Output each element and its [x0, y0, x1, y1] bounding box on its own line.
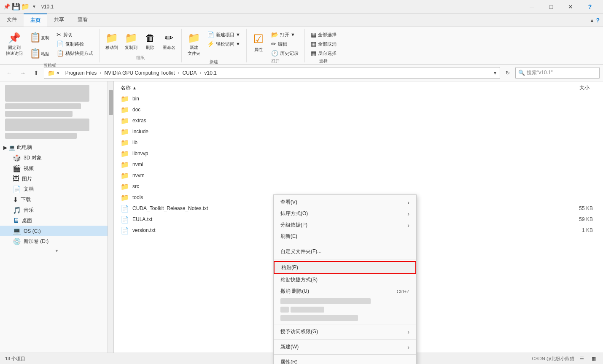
sidebar-this-pc[interactable]: ▶ 💻 此电脑 — [0, 142, 113, 153]
ctx-group[interactable]: 分组依据(P) › — [274, 219, 416, 231]
expand-icon: ▶ — [3, 145, 7, 151]
ctx-refresh[interactable]: 刷新(E) — [274, 231, 416, 242]
ctx-customize[interactable]: 自定义文件夹(F)... — [274, 246, 416, 257]
ctx-properties[interactable]: 属性(R) — [274, 356, 416, 364]
pin-to-quick-access-button[interactable]: 📌 固定到快速访问 — [3, 30, 25, 58]
ctx-refresh-label: 刷新(E) — [280, 233, 297, 240]
sidebar-item-d[interactable]: 💿 新加卷 (D:) — [0, 236, 113, 247]
file-item-extras[interactable]: 📁 extras — [114, 115, 603, 126]
ctx-access[interactable]: 授予访问权限(G) › — [274, 326, 416, 337]
address-sep-1: › — [100, 70, 101, 76]
address-bar[interactable]: 📁 « Program Files › NVIDIA GPU Computing… — [44, 67, 500, 79]
sidebar-item-pictures[interactable]: 🖼 图片 — [0, 174, 113, 184]
address-dropdown-icon[interactable]: ▾ — [494, 70, 496, 76]
minimize-button[interactable]: ─ — [522, 0, 541, 13]
sidebar-item-music[interactable]: 🎵 音乐 — [0, 205, 113, 216]
view-list-button[interactable]: ☰ — [578, 355, 586, 363]
up-button[interactable]: ⬆ — [30, 67, 42, 79]
move-to-button[interactable]: 📁 移动到 — [103, 30, 121, 52]
file-item-lib[interactable]: 📁 lib — [114, 137, 603, 148]
new-folder-button[interactable]: 📁 新建文件夹 — [185, 30, 203, 58]
sidebar-item-video[interactable]: 🎬 视频 — [0, 163, 113, 174]
file-item-include[interactable]: 📁 include — [114, 126, 603, 137]
file-item-bin[interactable]: 📁 bin — [114, 93, 603, 104]
rename-button[interactable]: ✏ 重命名 — [160, 30, 178, 52]
ctx-paste-shortcut[interactable]: 粘贴快捷方式(S) — [274, 274, 416, 286]
sidebar-item-osc[interactable]: 💻 OS (C:) — [0, 226, 113, 236]
maximize-button[interactable]: □ — [541, 0, 561, 13]
ctx-paste[interactable]: 粘贴(P) — [274, 261, 416, 274]
open-button[interactable]: 📂 打开 ▼ — [269, 30, 301, 39]
file-item-libnvvp[interactable]: 📁 libnvvp — [114, 148, 603, 159]
txt-icon-version: 📄 — [121, 226, 129, 235]
delete-button[interactable]: 🗑 删除 — [142, 30, 159, 52]
ribbon-group-clipboard: 📌 固定到快速访问 📋 复制 📋 粘贴 ✂ 剪切 — [0, 29, 100, 62]
file-item-nvvm[interactable]: 📁 nvvm — [114, 170, 603, 181]
sidebar-item-docs[interactable]: 📄 文档 — [0, 184, 113, 194]
new-item-icon: 📄 — [207, 31, 214, 38]
address-segment-3[interactable]: CUDA — [183, 70, 197, 76]
easy-access-button[interactable]: ⚡ 轻松访问 ▼ — [205, 40, 243, 48]
select-none-button[interactable]: ▦ 全部取消 — [308, 40, 339, 48]
ctx-undo[interactable]: 撤消 删除(U) Ctrl+Z — [274, 286, 416, 297]
select-items: ▦ 全部选择 ▦ 全部取消 ▦ 反向选择 — [308, 30, 339, 57]
sidebar-scroll-down[interactable]: ▼ — [0, 247, 113, 255]
column-name[interactable]: 名称 ▲ — [121, 84, 554, 92]
sidebar-item-desktop[interactable]: 🖥 桌面 — [0, 216, 113, 226]
ctx-view[interactable]: 查看(V) › — [274, 197, 416, 208]
new-item-button[interactable]: 📄 新建项目 ▼ — [205, 30, 243, 39]
music-icon: 🎵 — [13, 206, 21, 214]
title-dropdown-icon[interactable]: ▼ — [32, 4, 36, 9]
sidebar-label-osc: OS (C:) — [24, 228, 41, 234]
properties-button[interactable]: ☑ 属性 — [250, 30, 267, 54]
sidebar-label-downloads: 下载 — [21, 196, 31, 203]
sort-icon: ▲ — [132, 86, 137, 90]
paste-shortcut-button[interactable]: 📋 粘贴快捷方式 — [54, 49, 96, 57]
view-grid-button[interactable]: ▦ — [590, 355, 598, 363]
history-button[interactable]: 🕐 历史记录 — [269, 49, 301, 57]
invert-icon: ▦ — [311, 50, 316, 57]
address-segment-4[interactable]: v10.1 — [205, 70, 217, 76]
help-button[interactable]: ? — [580, 0, 600, 13]
copy-to-button[interactable]: 📁 复制到 — [122, 30, 140, 52]
ctx-new[interactable]: 新建(W) › — [274, 341, 416, 353]
invert-selection-button[interactable]: ▦ 反向选择 — [308, 49, 339, 57]
ribbon-collapse-btn[interactable]: ▲ — [590, 18, 595, 23]
sidebar-item-3d[interactable]: 🎲 3D 对象 — [0, 153, 113, 163]
tab-view[interactable]: 查看 — [71, 13, 94, 27]
cut-icon: ✂ — [57, 31, 62, 38]
close-button[interactable]: ✕ — [561, 0, 580, 13]
open-label: 打开 — [271, 58, 280, 64]
copy-path-button[interactable]: 📄 复制路径 — [54, 40, 96, 48]
file-item-doc[interactable]: 📁 doc — [114, 104, 603, 115]
edit-icon: ✏ — [271, 40, 276, 47]
copy-button[interactable]: 📋 复制 — [27, 30, 52, 46]
sidebar-item-downloads[interactable]: ⬇ 下载 — [0, 194, 113, 205]
column-size[interactable]: 大小 — [554, 84, 596, 92]
forward-button[interactable]: → — [17, 67, 29, 79]
paste-button[interactable]: 📋 粘贴 — [27, 46, 52, 62]
file-item-nvml[interactable]: 📁 nvml — [114, 159, 603, 170]
tab-home[interactable]: 主页 — [24, 13, 47, 27]
ctx-undo-label: 撤消 删除(U) — [280, 288, 309, 295]
ribbon-help-btn[interactable]: ? — [596, 17, 600, 24]
file-item-src[interactable]: 📁 src — [114, 181, 603, 192]
address-segment-1[interactable]: Program Files — [65, 70, 97, 76]
ctx-sort[interactable]: 排序方式(O) › — [274, 208, 416, 219]
clipboard-small-buttons: ✂ 剪切 📄 复制路径 📋 粘贴快捷方式 — [54, 30, 96, 57]
edit-button[interactable]: ✏ 编辑 — [269, 40, 301, 48]
search-bar[interactable]: 🔍 搜索"v10.1" — [515, 67, 600, 79]
tab-share[interactable]: 共享 — [47, 13, 71, 27]
select-small-buttons: ▦ 全部选择 ▦ 全部取消 ▦ 反向选择 — [308, 30, 339, 57]
file-size-cuda: 55 KB — [554, 205, 596, 211]
file-list-header: 名称 ▲ 大小 — [114, 83, 603, 93]
address-segment-2[interactable]: NVIDIA GPU Computing Toolkit — [104, 70, 175, 76]
copy-path-icon: 📄 — [57, 40, 64, 47]
cut-button[interactable]: ✂ 剪切 — [54, 30, 96, 39]
select-all-button[interactable]: ▦ 全部选择 — [308, 30, 339, 39]
sidebar-label-desktop: 桌面 — [22, 217, 32, 224]
tab-file[interactable]: 文件 — [0, 13, 24, 27]
d-icon: 💿 — [13, 237, 21, 245]
refresh-button[interactable]: ↻ — [502, 67, 514, 79]
ctx-view-arrow: › — [407, 199, 409, 206]
